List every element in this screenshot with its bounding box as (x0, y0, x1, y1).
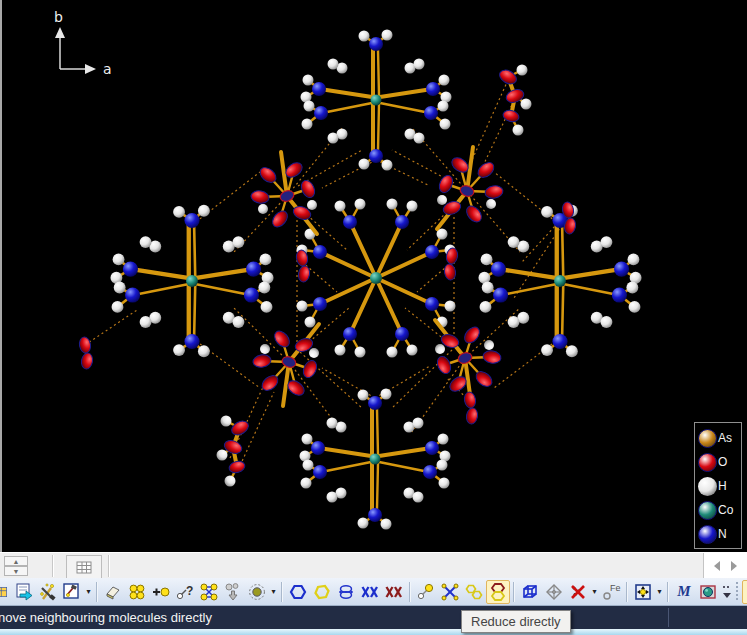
erase-button[interactable] (101, 580, 125, 604)
expand-dropdown-caret[interactable]: ▾ (655, 587, 664, 596)
delete-contacts-dropdown-caret[interactable]: ▾ (590, 587, 599, 596)
structure-viewport[interactable]: b a (2, 0, 747, 552)
molecule-star-center (297, 199, 456, 358)
toolbar-separator (281, 582, 283, 602)
report-button[interactable] (12, 580, 36, 604)
grow-spheres-button[interactable] (125, 580, 149, 604)
status-divider (668, 608, 669, 627)
legend-label: H (718, 479, 727, 493)
legend-label: N (718, 527, 727, 541)
atom-bond-icon (416, 582, 436, 602)
grow-ring-pair-button[interactable] (462, 580, 486, 604)
atom-bond-button[interactable] (414, 580, 438, 604)
edit-picker-button[interactable] (60, 580, 84, 604)
axis-label-b: b (54, 9, 63, 25)
contacts-network-button[interactable] (438, 580, 462, 604)
red-strike-icon (568, 582, 588, 602)
n-sphere-icon (698, 525, 717, 544)
legend-item: H (698, 474, 739, 498)
diamond-cross-icon (544, 582, 564, 602)
toolbar-separator (626, 582, 628, 602)
spinner-down-button[interactable]: ▼ (4, 566, 28, 576)
yellow-hexagon-icon (312, 582, 332, 602)
blue-hexagon-icon (288, 582, 308, 602)
toolbar-separator (513, 582, 515, 602)
legend-item: N (698, 522, 739, 546)
divider (52, 555, 54, 577)
auto-style-button[interactable] (36, 580, 60, 604)
bottom-toolbar: ▾ ? (0, 578, 747, 606)
iron-atom-button[interactable]: Fe (599, 580, 623, 604)
expand-contacts-button[interactable] (631, 580, 655, 604)
arsenate-upper-left (250, 152, 317, 234)
double-x-blue-icon (360, 582, 380, 602)
m-label-icon: M (677, 583, 690, 600)
arsenate-upper-right (437, 147, 504, 229)
legend-label: O (718, 455, 727, 469)
as-sphere-icon (698, 429, 717, 448)
query-atom-button[interactable]: ? (173, 580, 197, 604)
legend-item: Co (698, 498, 739, 522)
spinner-up-button[interactable]: ▲ (4, 556, 28, 566)
hide-contacts-red-button[interactable] (382, 580, 406, 604)
four-atoms-icon (127, 582, 147, 602)
orientation-axes: b a (54, 9, 112, 77)
molecule-cross-right (478, 205, 641, 357)
packing-frame-button[interactable] (197, 580, 221, 604)
reduce-directly-icon (488, 582, 508, 602)
ring-yellow-button[interactable] (310, 580, 334, 604)
arsenate-lower-right (435, 320, 502, 402)
structure-canvas[interactable]: b a As O H Co N (0, 0, 747, 552)
atom-display-button[interactable] (245, 580, 269, 604)
toolbar-separator (96, 582, 98, 602)
svg-text:?: ? (186, 584, 193, 598)
arsenate-lower-left (252, 324, 319, 406)
window-edge-strip (0, 629, 747, 635)
oxygen-pair (463, 391, 479, 425)
query-atom-icon: ? (175, 582, 195, 602)
asymmetric-unit-button[interactable] (542, 580, 566, 604)
row-spinner: ▲ ▼ (4, 556, 28, 576)
report-export-icon (14, 582, 34, 602)
expand-box-icon (633, 582, 653, 602)
spreadsheet-button[interactable] (66, 555, 102, 579)
delete-contacts-button[interactable] (566, 580, 590, 604)
packing-frame-icon (199, 582, 219, 602)
o-sphere-icon (698, 453, 717, 472)
co-sphere-icon (698, 501, 717, 520)
legend-label: Co (718, 503, 733, 517)
hide-contacts-blue-button[interactable] (358, 580, 382, 604)
molecule-down-icon (223, 582, 243, 602)
oxygen-chain-bottom-left (217, 416, 251, 487)
toolbar-separator (667, 582, 669, 602)
double-hexagon-yellow-icon (464, 582, 484, 602)
add-atom-button[interactable] (149, 580, 173, 604)
ellipsoid-box-icon (698, 582, 718, 602)
legend-item: O (698, 450, 739, 474)
stacked-rings-icon (336, 582, 356, 602)
unit-cell-button[interactable] (518, 580, 542, 604)
axis-label-a: a (103, 61, 112, 77)
oxygen-pair (78, 336, 94, 370)
ellipsoid-style-button[interactable] (696, 580, 720, 604)
molecule-label-button[interactable]: M (672, 580, 696, 604)
reduce-directly-button[interactable] (486, 580, 510, 604)
atom-display-dropdown-caret[interactable]: ▾ (269, 587, 278, 596)
remove-molecule-button[interactable] (221, 580, 245, 604)
overflow-chevron-icon (722, 583, 732, 601)
grid-icon (76, 561, 92, 574)
add-atom-icon (151, 582, 171, 602)
select-cursor-button[interactable] (742, 580, 747, 604)
toolbar-grip-handle[interactable] (734, 582, 740, 602)
molecule-cross-bottom (300, 389, 451, 530)
status-bar: nove neighbouring molecules directly (0, 606, 747, 629)
aromatic-ring-button[interactable] (286, 580, 310, 604)
scroll-right-button[interactable] (731, 561, 737, 571)
scroll-left-button[interactable] (714, 561, 720, 571)
picker-dropdown-caret[interactable]: ▾ (84, 587, 93, 596)
style-clipped-button[interactable] (0, 580, 12, 604)
toolbar-overflow-button[interactable] (720, 580, 732, 604)
stacked-rings-button[interactable] (334, 580, 358, 604)
magic-wand-icon (38, 582, 58, 602)
legend-item: As (698, 426, 739, 450)
